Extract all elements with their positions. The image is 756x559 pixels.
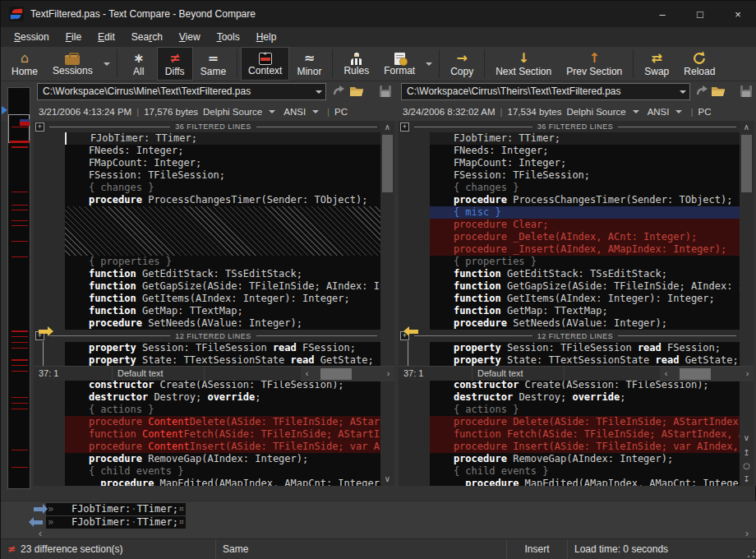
menu-edit[interactable]: Edit xyxy=(90,29,123,45)
code-line[interactable]: function GetEditStack: TSsEditStack; xyxy=(430,268,740,280)
code-line[interactable]: procedure ContentInsert(ASide: TFileInSi… xyxy=(65,441,380,453)
code-line[interactable]: procedure ContentDelete(ASide: TFileInSi… xyxy=(65,416,380,428)
expand-section-icon[interactable]: + xyxy=(35,122,44,132)
code-line[interactable]: FMapCount: Integer; xyxy=(430,157,740,169)
copy-button[interactable]: → Copy xyxy=(443,47,481,81)
left-hscroll-thumb[interactable] xyxy=(320,368,352,380)
code-line[interactable]: procedure ProcessChangesTimer(Sender: TO… xyxy=(65,194,380,206)
menu-help[interactable]: Help xyxy=(248,29,285,45)
scroll-down-icon[interactable]: ∨ xyxy=(740,432,754,445)
right-hscrollbar[interactable]: ‹ › xyxy=(660,367,754,381)
code-line[interactable]: FNeeds: Integer; xyxy=(430,145,740,157)
code-line[interactable]: { properties } xyxy=(65,256,380,268)
code-line[interactable]: destructor Destroy; override; xyxy=(430,391,740,404)
code-line[interactable]: { changes } xyxy=(65,182,380,194)
left-vscrollbar[interactable]: ∧ ∨ xyxy=(380,121,394,486)
left-swap-path-icon[interactable] xyxy=(332,84,347,99)
code-line[interactable]: function GetGapSize(ASide: TFileInSide; … xyxy=(430,280,740,293)
code-line[interactable]: destructor Destroy; override; xyxy=(65,391,380,404)
diff-thumbnail-map[interactable] xyxy=(7,87,30,489)
code-line[interactable]: function GetMap: TTextMap; xyxy=(430,305,740,317)
right-line-ending[interactable]: PC xyxy=(698,107,711,117)
code-line[interactable]: procedure Clear; xyxy=(430,219,740,231)
code-line[interactable]: property Session: TFileSession read FSes… xyxy=(65,342,380,354)
swap-button[interactable]: ⇄ Swap xyxy=(637,47,676,81)
code-line[interactable]: procedure Insert(ASide: TFileInSide; var… xyxy=(430,441,740,453)
code-line[interactable]: property State: TTextSessionState read G… xyxy=(65,354,380,367)
menu-search[interactable]: Search xyxy=(123,29,171,45)
code-line[interactable]: { child events } xyxy=(430,465,740,478)
code-line[interactable]: procedure ProcessChangesTimer(Sender: TO… xyxy=(430,194,740,206)
code-line[interactable]: FSession: TFileSession; xyxy=(430,169,740,182)
scroll-right-icon[interactable]: › xyxy=(382,367,394,381)
code-line[interactable]: procedure SetNeeds(AValue: Integer); xyxy=(430,317,740,330)
prev-section-button[interactable]: ↑ Prev Section xyxy=(559,47,629,81)
maximize-button[interactable]: □ xyxy=(681,1,719,27)
code-line[interactable]: procedure RemoveGap(AIndex: Integer); xyxy=(65,453,380,465)
minor-button[interactable]: ≈ Minor xyxy=(289,47,329,81)
code-line[interactable]: procedure SetNeeds(AValue: Integer); xyxy=(65,317,380,330)
context-button[interactable]: Context xyxy=(241,47,289,81)
right-vscrollbar[interactable]: ∧ ∨ ↥ ○ ↧ xyxy=(740,121,754,486)
format-button[interactable]: Format xyxy=(376,49,422,78)
left-hscrollbar[interactable]: ‹ › xyxy=(301,367,394,381)
scroll-up-icon[interactable]: ∧ xyxy=(380,121,394,134)
menu-view[interactable]: View xyxy=(171,29,209,45)
home-button[interactable]: ⌂ Home xyxy=(4,47,45,81)
scroll-left-icon[interactable]: ‹ xyxy=(301,367,313,381)
menu-session[interactable]: Session xyxy=(6,29,58,45)
rules-button[interactable]: Rules xyxy=(336,47,376,81)
expand-section-icon[interactable]: + xyxy=(400,122,409,132)
code-line[interactable]: property Session: TFileSession read FSes… xyxy=(430,342,740,354)
right-path-combo[interactable]: C:\Workspace\Cirrus\Theirs\Text\TextFilt… xyxy=(401,83,690,100)
code-line[interactable]: function GetEditStack: TSsEditStack; xyxy=(65,268,380,280)
code-line[interactable]: function GetGapSize(ASide: TFileInSide; … xyxy=(65,280,380,293)
menu-file[interactable]: File xyxy=(58,29,90,45)
same-button[interactable]: = Same xyxy=(193,47,233,81)
code-line[interactable]: procedure _Delete(AIndex, ACnt: Integer)… xyxy=(430,231,740,243)
reload-button[interactable]: Reload xyxy=(676,47,722,81)
code-line[interactable]: function Fetch(ASide: TFileInSide; AStar… xyxy=(430,428,740,441)
code-line[interactable]: FJobTimer: TTimer; xyxy=(65,132,380,145)
right-format-select[interactable]: Delphi Source xyxy=(566,107,642,117)
right-encoding-select[interactable]: ANSI xyxy=(648,107,686,117)
next-section-button[interactable]: ↓ Next Section xyxy=(488,47,559,81)
code-line[interactable]: function GetItems(AIndex: Integer): Inte… xyxy=(65,293,380,305)
code-line[interactable]: FJobTimer: TTimer; xyxy=(430,132,740,145)
right-swap-path-icon[interactable] xyxy=(695,84,710,99)
format-dropdown-arrow[interactable] xyxy=(426,62,432,66)
resize-grip[interactable] xyxy=(748,551,754,557)
code-line[interactable]: FSession: TFileSession; xyxy=(65,169,380,182)
right-path-dropdown-arrow[interactable] xyxy=(680,90,686,94)
code-line[interactable]: { changes } xyxy=(430,182,740,194)
left-vscroll-thumb[interactable] xyxy=(382,135,393,192)
scroll-left-icon[interactable]: ‹ xyxy=(660,367,672,381)
code-line[interactable]: FMapCount: Integer; xyxy=(65,157,380,169)
left-line-ending[interactable]: PC xyxy=(334,107,348,117)
left-code-lines[interactable]: +36 FILTERED LINES FJobTimer: TTimer; FN… xyxy=(34,121,380,486)
left-path-combo[interactable]: C:\Workspace\Cirrus\Mine\Text\TextFilter… xyxy=(37,83,326,100)
code-line[interactable]: function GetMap: TTextMap; xyxy=(65,305,380,317)
code-line[interactable]: { actions } xyxy=(65,404,380,416)
code-line[interactable]: function ContentFetch(ASide: TFileInSide… xyxy=(65,428,380,441)
code-line[interactable]: procedure Delete(ASide: TFileInSide; ASt… xyxy=(430,416,740,428)
left-path-dropdown-arrow[interactable] xyxy=(316,90,322,94)
code-line[interactable]: function GetItems(AIndex: Integer): Inte… xyxy=(430,293,740,305)
diffs-button[interactable]: ≠ Diffs xyxy=(157,47,193,81)
code-line[interactable]: procedure MapEdited(AMapIndex, AMapCnt: … xyxy=(65,478,380,486)
code-line[interactable]: { actions } xyxy=(430,404,740,416)
left-format-select[interactable]: Delphi Source xyxy=(203,107,279,117)
left-encoding-select[interactable]: ANSI xyxy=(284,107,322,117)
scroll-up-icon[interactable]: ∧ xyxy=(740,121,754,134)
right-vscroll-thumb[interactable] xyxy=(741,135,752,192)
right-section-arrow-1[interactable] xyxy=(409,330,418,334)
sessions-dropdown-arrow[interactable] xyxy=(104,62,110,66)
minimize-button[interactable]: – xyxy=(643,1,681,27)
sessions-button[interactable]: Sessions xyxy=(45,49,100,78)
scroll-down-icon[interactable]: ∨ xyxy=(380,473,394,486)
left-browse-folder-icon[interactable] xyxy=(349,84,364,99)
all-button[interactable]: ∗ All xyxy=(121,47,157,81)
left-section-arrow-1[interactable] xyxy=(39,330,48,334)
code-line[interactable]: FNeeds: Integer; xyxy=(65,145,380,157)
center-current-icon[interactable]: ○ xyxy=(740,460,754,473)
